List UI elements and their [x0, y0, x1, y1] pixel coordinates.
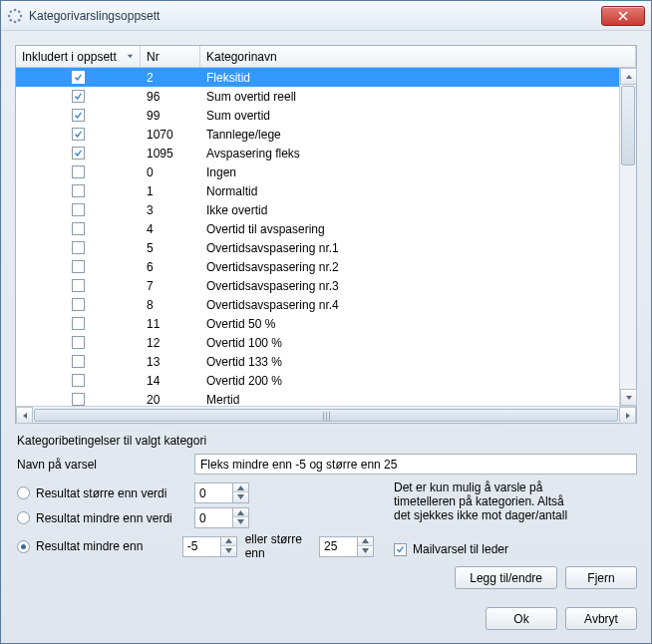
- table-row[interactable]: 1070Tannlege/lege: [16, 125, 636, 144]
- row-checkbox[interactable]: [72, 317, 85, 330]
- table-row[interactable]: 3Ikke overtid: [16, 200, 636, 219]
- grid-header: Inkludert i oppsett Nr Kategorinavn: [16, 46, 636, 68]
- table-row[interactable]: 4Overtid til avspasering: [16, 219, 636, 238]
- table-row[interactable]: 96Sum overtid reell: [16, 87, 636, 106]
- row-nr: 99: [141, 109, 200, 123]
- row-checkbox[interactable]: [72, 336, 85, 349]
- table-row[interactable]: 6Overtidsavspasering nr.2: [16, 257, 636, 276]
- vertical-scrollbar[interactable]: [619, 68, 636, 406]
- row-name: Overtid 200 %: [200, 374, 636, 388]
- app-icon: [7, 8, 23, 24]
- scroll-thumb[interactable]: [621, 86, 635, 165]
- scroll-down-button[interactable]: [620, 389, 637, 406]
- cancel-button[interactable]: Avbryt: [565, 607, 637, 630]
- row-nr: 96: [141, 90, 200, 104]
- row-checkbox[interactable]: [72, 374, 85, 387]
- row-checkbox[interactable]: [72, 279, 85, 292]
- remove-button[interactable]: Fjern: [565, 566, 637, 589]
- table-row[interactable]: 8Overtidsavspasering nr.4: [16, 295, 636, 314]
- column-header-nr[interactable]: Nr: [141, 46, 200, 67]
- column-header-name[interactable]: Kategorinavn: [200, 46, 636, 67]
- radio-range-label: Resultat mindre enn: [36, 539, 143, 553]
- table-row[interactable]: 2Fleksitid: [16, 68, 636, 87]
- close-button[interactable]: [601, 6, 645, 26]
- table-row[interactable]: 99Sum overtid: [16, 106, 636, 125]
- row-name: Overtidsavspasering nr.1: [200, 241, 636, 255]
- row-checkbox[interactable]: [72, 298, 85, 311]
- row-nr: 5: [141, 241, 200, 255]
- window-title: Kategorivarslingsoppsett: [29, 9, 160, 23]
- row-checkbox[interactable]: [72, 355, 85, 368]
- row-name: Mertid: [200, 393, 636, 407]
- row-checkbox[interactable]: [72, 260, 85, 273]
- add-edit-button[interactable]: Legg til/endre: [455, 566, 557, 589]
- row-checkbox[interactable]: [72, 128, 85, 141]
- ok-button[interactable]: Ok: [486, 607, 557, 630]
- svg-point-7: [10, 10, 13, 13]
- row-checkbox[interactable]: [72, 109, 85, 122]
- row-checkbox[interactable]: [72, 184, 85, 197]
- greater-than-value[interactable]: [194, 483, 232, 503]
- row-name: Ingen: [200, 165, 636, 179]
- mail-checkbox[interactable]: [394, 543, 407, 556]
- row-checkbox[interactable]: [72, 222, 85, 235]
- row-nr: 13: [141, 355, 200, 369]
- table-row[interactable]: 13Overtid 133 %: [16, 352, 636, 371]
- info-text: Det er kun mulig å varsle på timetellere…: [394, 481, 573, 522]
- spin-up-icon[interactable]: [233, 483, 248, 492]
- row-checkbox[interactable]: [72, 165, 85, 178]
- radio-less-than[interactable]: [17, 511, 30, 524]
- row-name: Overtidsavspasering nr.3: [200, 279, 636, 293]
- radio-greater-than[interactable]: [17, 486, 30, 499]
- table-row[interactable]: 5Overtidsavspasering nr.1: [16, 238, 636, 257]
- row-name: Overtidsavspasering nr.4: [200, 298, 636, 312]
- scroll-up-button[interactable]: [620, 68, 637, 85]
- row-checkbox[interactable]: [72, 71, 85, 84]
- table-row[interactable]: 0Ingen: [16, 162, 636, 181]
- range-low-value[interactable]: [182, 536, 220, 557]
- radio-less-than-label: Resultat mindre enn verdi: [36, 511, 172, 525]
- row-nr: 8: [141, 298, 200, 312]
- less-than-value[interactable]: [194, 507, 232, 528]
- range-high-spinner[interactable]: [319, 536, 374, 557]
- scroll-left-button[interactable]: [16, 407, 33, 424]
- spin-up-icon[interactable]: [233, 508, 248, 517]
- column-header-included[interactable]: Inkludert i oppsett: [16, 46, 141, 67]
- row-checkbox[interactable]: [72, 203, 85, 216]
- range-high-value[interactable]: [319, 536, 357, 557]
- name-label: Navn på varsel: [15, 458, 194, 472]
- horizontal-scrollbar[interactable]: [16, 406, 636, 423]
- row-nr: 2: [141, 71, 200, 85]
- scroll-right-button[interactable]: [619, 407, 636, 424]
- titlebar: Kategorivarslingsoppsett: [1, 1, 651, 31]
- spin-up-icon[interactable]: [358, 537, 373, 546]
- radio-range[interactable]: [17, 540, 30, 553]
- spin-up-icon[interactable]: [221, 537, 236, 546]
- row-checkbox[interactable]: [72, 393, 85, 406]
- row-checkbox[interactable]: [72, 147, 85, 160]
- less-than-spinner[interactable]: [194, 507, 249, 528]
- table-row[interactable]: 11Overtid 50 %: [16, 314, 636, 333]
- table-row[interactable]: 1095Avspasering fleks: [16, 144, 636, 162]
- table-row[interactable]: 14Overtid 200 %: [16, 371, 636, 390]
- range-low-spinner[interactable]: [182, 536, 237, 557]
- spin-down-icon[interactable]: [233, 517, 248, 526]
- greater-than-spinner[interactable]: [194, 483, 249, 503]
- table-row[interactable]: 12Overtid 100 %: [16, 333, 636, 352]
- spin-down-icon[interactable]: [358, 546, 373, 555]
- hscroll-thumb[interactable]: [34, 409, 618, 422]
- table-row[interactable]: 7Overtidsavspasering nr.3: [16, 276, 636, 295]
- row-nr: 11: [141, 317, 200, 331]
- row-checkbox[interactable]: [72, 90, 85, 103]
- spin-down-icon[interactable]: [233, 492, 248, 501]
- row-name: Tannlege/lege: [200, 128, 636, 142]
- category-grid: Inkludert i oppsett Nr Kategorinavn 2Fle…: [15, 45, 637, 424]
- spin-down-icon[interactable]: [221, 546, 236, 555]
- row-nr: 1: [141, 184, 200, 198]
- row-name: Overtid 100 %: [200, 336, 636, 350]
- row-checkbox[interactable]: [72, 241, 85, 254]
- table-row[interactable]: 1Normaltid: [16, 181, 636, 200]
- row-name: Sum overtid: [200, 109, 636, 123]
- alert-name-input[interactable]: [194, 454, 637, 475]
- row-nr: 0: [141, 165, 200, 179]
